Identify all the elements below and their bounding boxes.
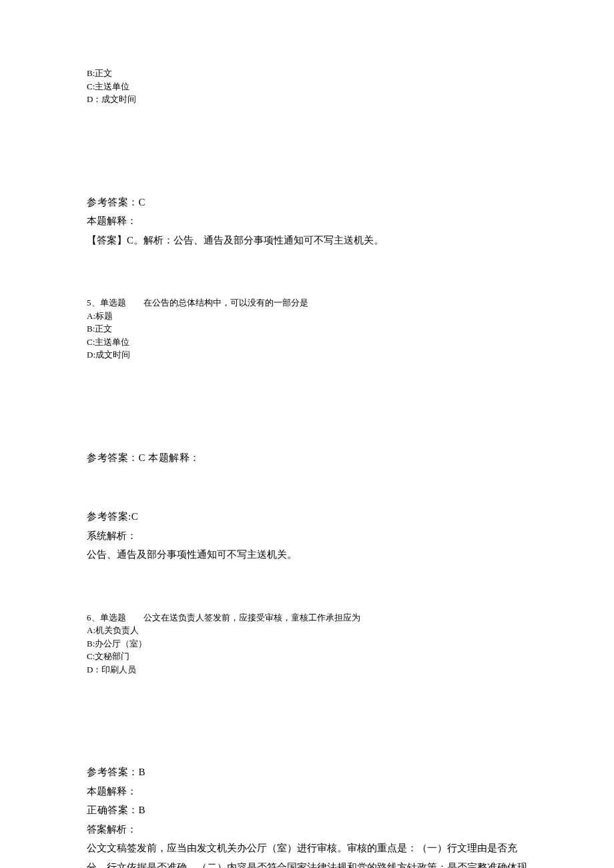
q5-option-a: A:标题 [87,310,527,323]
q5-answer2-label: 参考答案:C [87,507,527,526]
q5-block: 5、单选题 在公告的总体结构中，可以没有的一部分是 A:标题 B:正文 C:主送… [87,296,527,362]
q5-option-c: C:主送单位 [87,336,527,349]
q4-options-partial: B:正文 C:主送单位 D：成文时间 [87,67,527,106]
q4-explain-text: 【答案】C。解析：公告、通告及部分事项性通知可不写主送机关。 [87,231,527,250]
q5-analysis-text: 公告、通告及部分事项性通知可不写主送机关。 [87,545,527,564]
q5-option-b: B:正文 [87,322,527,336]
q4-option-b: B:正文 [87,67,527,80]
q4-answer-block: 参考答案：C 本题解释： 【答案】C。解析：公告、通告及部分事项性通知可不写主送… [87,193,527,250]
q5-header: 5、单选题 在公告的总体结构中，可以没有的一部分是 [87,296,527,310]
q6-option-a: A:机关负责人 [87,624,527,637]
q6-explain-label: 本题解释： [87,782,527,801]
q4-explain-label: 本题解释： [87,211,527,231]
q6-correct-label: 正确答案：B [87,801,527,820]
q4-option-c: C:主送单位 [87,80,527,93]
q5-answer-block-2: 参考答案:C 系统解析： 公告、通告及部分事项性通知可不写主送机关。 [87,507,527,564]
q6-answer-label: 参考答案：B [87,763,527,782]
q6-option-b: B:办公厅（室） [87,637,527,650]
q5-answer-line-1: 参考答案：C 本题解释： [87,448,527,468]
q5-answer1-text: 参考答案：C 本题解释： [87,452,200,463]
q5-analysis-label: 系统解析： [87,526,527,546]
q6-block: 6、单选题 公文在送负责人签发前，应接受审核，童核工作承担应为 A:机关负责人 … [87,611,527,677]
q4-answer-label: 参考答案：C [87,193,527,212]
q6-analysis-text: 公文文稿签发前，应当由发文机关办公厅（室）进行审核。审核的重点是：（一）行文理由… [87,839,527,868]
q6-option-d: D：印刷人员 [87,663,527,677]
q5-option-d: D:成文时间 [87,348,527,362]
q6-answer-block: 参考答案：B 本题解释： 正确答案：B 答案解析： 公文文稿签发前，应当由发文机… [87,763,527,868]
q6-option-c: C:文秘部门 [87,650,527,663]
q6-analysis-label: 答案解析： [87,820,527,839]
q6-header: 6、单选题 公文在送负责人签发前，应接受审核，童核工作承担应为 [87,611,527,624]
q4-option-d: D：成文时间 [87,93,527,106]
